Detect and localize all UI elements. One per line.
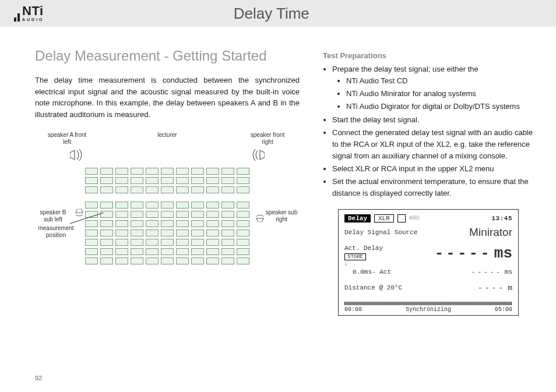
seat bbox=[100, 239, 113, 246]
device-screenshot: Delay XLR 48U 13:45 Delay Signal Source … bbox=[338, 209, 519, 316]
seat bbox=[100, 257, 113, 264]
seat-row bbox=[85, 211, 249, 218]
seat bbox=[161, 257, 174, 264]
seat bbox=[146, 248, 159, 255]
list-item: Select XLR or RCA input in the upper XL2… bbox=[332, 163, 533, 175]
seat bbox=[161, 186, 174, 193]
svg-marker-1 bbox=[260, 150, 265, 160]
seat bbox=[237, 211, 249, 218]
device-distance-unit: m bbox=[508, 284, 512, 292]
seat bbox=[115, 202, 128, 209]
seat bbox=[191, 186, 204, 193]
page-title: Delay Time bbox=[0, 5, 546, 23]
seat bbox=[206, 202, 219, 209]
seat bbox=[131, 248, 143, 255]
save-icon bbox=[397, 214, 406, 223]
arrow-down-icon: ↓ bbox=[344, 261, 435, 267]
seat bbox=[191, 229, 204, 236]
device-act-value: ----- bbox=[435, 245, 492, 262]
seat bbox=[221, 220, 234, 227]
prep-list: Prepare the delay test signal; use eithe… bbox=[323, 63, 533, 200]
seat bbox=[115, 229, 128, 236]
seat-grid bbox=[85, 168, 249, 264]
seat bbox=[85, 257, 98, 264]
seat bbox=[237, 202, 249, 209]
seat bbox=[176, 168, 189, 175]
page-number: 92 bbox=[35, 375, 42, 382]
seat bbox=[191, 257, 204, 264]
device-time-end: 05:00 bbox=[495, 306, 512, 313]
seat bbox=[85, 239, 98, 246]
device-distance-label: Distance @ 20°C bbox=[344, 284, 402, 291]
label-speaker-b: speaker B sub left bbox=[35, 209, 71, 223]
seat bbox=[221, 177, 234, 184]
device-store-button: STORE bbox=[344, 253, 366, 260]
seat bbox=[146, 177, 159, 184]
seat bbox=[85, 202, 98, 209]
seat bbox=[131, 177, 143, 184]
seat bbox=[85, 168, 98, 175]
device-distance-value: ---- bbox=[478, 284, 505, 292]
label-speaker-sub-right: speaker sub right bbox=[263, 209, 300, 223]
seat-row bbox=[85, 186, 249, 193]
seat bbox=[146, 168, 159, 175]
seat bbox=[221, 257, 234, 264]
seat bbox=[191, 211, 204, 218]
seat bbox=[85, 248, 98, 255]
seat bbox=[237, 239, 249, 246]
label-speaker-a: speaker A front left bbox=[47, 132, 87, 146]
seat bbox=[176, 211, 189, 218]
seat bbox=[221, 229, 234, 236]
speaker-icon bbox=[248, 148, 265, 162]
device-sync-status: Synchronizing bbox=[406, 306, 451, 313]
seat bbox=[146, 220, 159, 227]
list-item: Connect the generated delay test signal … bbox=[332, 127, 533, 162]
seat bbox=[237, 229, 249, 236]
seat bbox=[115, 186, 128, 193]
device-ref-label: 0.0ms- Act bbox=[344, 269, 391, 276]
seat bbox=[131, 168, 143, 175]
seat-row bbox=[85, 220, 249, 227]
seat bbox=[115, 248, 128, 255]
seat bbox=[115, 239, 128, 246]
seat bbox=[206, 168, 219, 175]
seat-row bbox=[85, 202, 249, 209]
seat bbox=[237, 168, 249, 175]
label-speaker-front-right: speaker front right bbox=[247, 132, 288, 146]
seat bbox=[115, 168, 128, 175]
seat bbox=[85, 177, 98, 184]
device-mode: Delay bbox=[344, 214, 371, 223]
seat bbox=[237, 248, 249, 255]
seat-row bbox=[85, 177, 249, 184]
speaker-icon bbox=[254, 209, 265, 222]
seat bbox=[191, 202, 204, 209]
seat bbox=[237, 177, 249, 184]
device-act-label: Act. Delay bbox=[344, 245, 435, 252]
auditorium-diagram: speaker A front left lecturer speaker fr… bbox=[35, 132, 300, 264]
seat bbox=[237, 257, 249, 264]
seat bbox=[206, 239, 219, 246]
seat bbox=[161, 202, 174, 209]
seat bbox=[100, 177, 113, 184]
seat bbox=[85, 186, 98, 193]
seat bbox=[176, 239, 189, 246]
seat bbox=[176, 177, 189, 184]
seat bbox=[115, 211, 128, 218]
seat bbox=[176, 186, 189, 193]
device-ref-unit: ms bbox=[505, 269, 512, 276]
seat bbox=[176, 229, 189, 236]
seat bbox=[115, 177, 128, 184]
intro-paragraph: The delay time measurement is conducted … bbox=[35, 75, 300, 120]
seat-row bbox=[85, 229, 249, 236]
device-source-value: Minirator bbox=[469, 226, 512, 239]
device-act-unit: ms bbox=[494, 245, 512, 262]
seat bbox=[176, 257, 189, 264]
seat bbox=[131, 220, 143, 227]
seat bbox=[206, 257, 219, 264]
device-progress-bar bbox=[344, 302, 512, 305]
seat bbox=[221, 168, 234, 175]
seat bbox=[221, 186, 234, 193]
list-item: NTi Audio Minirator for analog systems bbox=[346, 88, 533, 100]
device-source-label: Delay Signal Source bbox=[344, 229, 417, 236]
seat bbox=[146, 211, 159, 218]
